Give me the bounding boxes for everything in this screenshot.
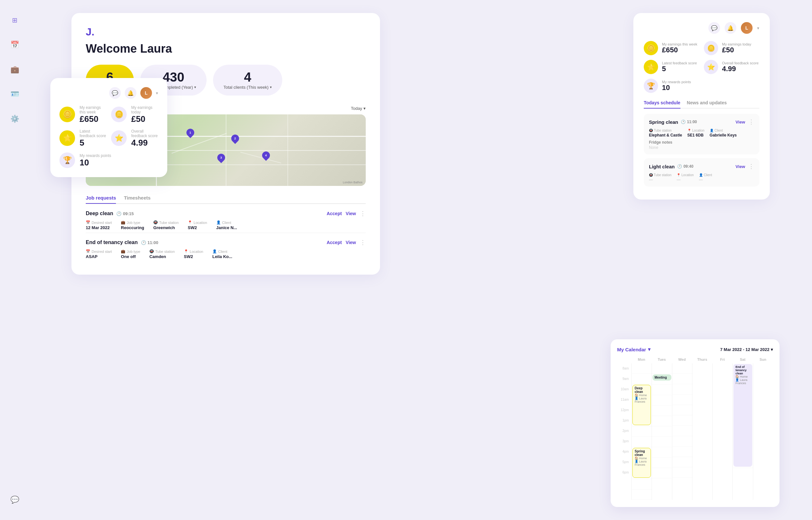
cal-event-tenancy-clean[interactable]: End of tenancy clean 🏠 Home 👤 Laura Fran… — [733, 364, 752, 467]
metric-earnings-today: 🪙 My earnings today £50 — [704, 41, 759, 55]
time-6pm: 6pm — [617, 467, 632, 478]
time-10am: 10am — [617, 384, 632, 394]
mini-metric-feedback-latest: ⭐ Latest feedback score 5 — [59, 129, 107, 148]
meta-location: 📍 Location SE1 6DB — [687, 129, 704, 137]
schedule-actions-spring-clean: View ⋮ — [736, 118, 754, 126]
meta-tube-station: 🚇 Tube station Elephant & Castle — [649, 129, 682, 137]
job-detail-tube-station-2: 🚇 Tube station Camden — [149, 249, 175, 259]
job-detail-location: 📍 Location SW2 — [188, 220, 207, 230]
mini-feedback-latest-label: Latest feedback score — [80, 129, 107, 138]
schedule-item-light-clean: Light clean 🕐 09:40 View ⋮ 🚇 Tube statio… — [644, 158, 759, 186]
sidebar-item-calendar[interactable]: 📅 — [7, 38, 22, 52]
job-actions-deep-clean: Accept View ⋮ — [327, 210, 366, 217]
job-detail-job-type: 💼 Job type Reoccuring — [121, 220, 144, 230]
schedule-item-title-light-clean: Light clean 🕐 09:40 — [649, 164, 694, 169]
map-date[interactable]: Today ▾ — [351, 106, 366, 111]
view-button-deep-clean[interactable]: View — [345, 211, 356, 216]
earnings-week-icon: 🪙 — [644, 41, 658, 55]
accept-button-tenancy-clean[interactable]: Accept — [327, 240, 342, 245]
cal-col-wed — [672, 363, 692, 500]
calendar-grid: Mon Tues Wed Thurs Fri Sat Sun — [617, 356, 773, 363]
feedback-latest-value: 5 — [662, 65, 697, 73]
view-button-tenancy-clean[interactable]: View — [345, 240, 356, 245]
mini-metrics: 🪙 My earnings this week £650 🪙 My earnin… — [59, 105, 158, 168]
feedback-overall-icon: ⭐ — [704, 60, 718, 74]
stat-total-clients[interactable]: 4 Total clients (This week) ▾ — [213, 65, 282, 96]
view-spring-clean-button[interactable]: View — [736, 120, 745, 125]
mini-rewards-icon: 🏆 — [59, 152, 75, 168]
chat-icon-button[interactable]: 💬 — [708, 22, 720, 34]
earnings-week-value: £650 — [662, 46, 697, 54]
time-1pm: 1pm — [617, 415, 632, 426]
mini-avatar-chevron[interactable]: ▾ — [156, 91, 158, 96]
mini-earnings-week-value: £650 — [80, 114, 107, 124]
sidebar-item-chat[interactable]: 💬 — [7, 493, 22, 507]
mini-stats-card: 💬 🔔 L ▾ 🪙 My earnings this week £650 🪙 M… — [50, 78, 167, 177]
more-menu-tenancy-clean[interactable]: ⋮ — [360, 239, 366, 246]
more-light-clean-button[interactable]: ⋮ — [748, 163, 754, 170]
cal-event-deep-clean[interactable]: Deep clean 🏠 Home 👤 Laura Frances — [633, 385, 651, 425]
cal-event-spring-clean[interactable]: Spring clean 🏠 Home 👤 Laura Frances — [633, 448, 651, 478]
mini-notification-icon[interactable]: 🔔 — [125, 87, 136, 99]
sidebar-item-dashboard[interactable]: ⊞ — [7, 13, 22, 27]
map-pin-2[interactable] — [230, 133, 241, 144]
sidebar-item-jobs[interactable]: 💼 — [7, 62, 22, 77]
schedule-item-title-spring-clean: Spring clean 🕐 11:00 — [649, 119, 697, 125]
avatar[interactable]: L — [741, 22, 753, 34]
time-12pm: 12pm — [617, 405, 632, 415]
schedule-actions-light-clean: View ⋮ — [736, 163, 754, 170]
app-logo: J. — [86, 26, 366, 38]
cal-header-sat: Sat — [732, 356, 753, 363]
calendar-card: My Calendar ▾ 7 Mar 2022 - 12 Mar 2022 ▾… — [611, 339, 780, 507]
job-details-tenancy-clean: 📅 Desired start ASAP 💼 Job type One off … — [86, 249, 366, 259]
mini-feedback-overall-label: Overall feedback score — [131, 129, 158, 138]
mini-earnings-week-label: My earnings this week — [80, 105, 107, 114]
mini-feedback-latest-icon: ⭐ — [59, 130, 75, 146]
cal-col-mon: Deep clean 🏠 Home 👤 Laura Frances Spring… — [632, 363, 651, 500]
accept-button-deep-clean[interactable]: Accept — [327, 211, 342, 216]
mini-avatar[interactable]: L — [140, 87, 152, 99]
tab-job-requests[interactable]: Job requests — [86, 195, 116, 204]
calendar-title[interactable]: My Calendar ▾ — [617, 346, 650, 352]
fridge-notes-label: Fridge notes — [649, 140, 754, 145]
job-details-deep-clean: 📅 Desired start 12 Mar 2022 💼 Job type R… — [86, 220, 366, 230]
metrics-grid: 🪙 My earnings this week £650 🪙 My earnin… — [644, 41, 759, 93]
cal-header-fri: Fri — [712, 356, 732, 363]
tab-todays-schedule[interactable]: Todays schedule — [644, 100, 680, 108]
mini-metric-earnings-today: 🪙 My earnings today £50 — [111, 105, 158, 124]
avatar-chevron[interactable]: ▾ — [757, 26, 759, 30]
mini-rewards-value: 10 — [80, 158, 111, 167]
stat-total-clients-value: 4 — [244, 71, 251, 83]
notification-icon-button[interactable]: 🔔 — [725, 22, 736, 34]
metric-earnings-week: 🪙 My earnings this week £650 — [644, 41, 699, 55]
feedback-latest-label: Latest feedback score — [662, 61, 697, 65]
cal-event-meeting[interactable]: Meeting — [652, 374, 671, 381]
job-detail-job-type-2: 💼 Job type One off — [121, 249, 140, 259]
map-pin-3[interactable] — [216, 152, 227, 163]
metric-feedback-overall: ⭐ Overall feedback score 4.99 — [704, 60, 759, 74]
calendar-range[interactable]: 7 Mar 2022 - 12 Mar 2022 ▾ — [720, 347, 773, 352]
cal-header-mon: Mon — [632, 356, 651, 363]
schedule-item-time-spring-clean: 🕐 11:00 — [681, 120, 697, 124]
metric-rewards: 🏆 My rewards points 10 — [644, 79, 759, 93]
mini-feedback-overall-icon: ⭐ — [111, 130, 127, 146]
mini-rewards-label: My rewards points — [80, 153, 111, 158]
sidebar-item-settings[interactable]: ⚙️ — [7, 112, 22, 126]
mini-metric-rewards: 🏆 My rewards points 10 — [59, 152, 158, 168]
sidebar-item-contact[interactable]: 🪪 — [7, 87, 22, 101]
more-spring-clean-button[interactable]: ⋮ — [748, 118, 754, 126]
job-title-tenancy-clean: End of tenancy clean 🕐 11:00 — [86, 239, 158, 245]
metric-feedback-latest: ⭐ Latest feedback score 5 — [644, 60, 699, 74]
view-light-clean-button[interactable]: View — [736, 164, 745, 169]
time-3pm: 3pm — [617, 436, 632, 446]
more-menu-deep-clean[interactable]: ⋮ — [360, 210, 366, 217]
mini-chat-icon[interactable]: 💬 — [109, 87, 121, 99]
time-11am: 11am — [617, 394, 632, 405]
time-labels: 8am 9am 10am 11am 12pm 1pm 2pm 3pm 4pm 5… — [617, 363, 632, 500]
tab-news-updates[interactable]: News and updates — [687, 100, 727, 108]
job-detail-client: 👤 Client Janice N... — [216, 220, 237, 230]
map-pin-4[interactable] — [260, 150, 272, 161]
tab-timesheets[interactable]: Timesheets — [124, 195, 150, 204]
job-detail-desired-start-2: 📅 Desired start ASAP — [86, 249, 112, 259]
mini-earnings-today-value: £50 — [131, 114, 158, 124]
